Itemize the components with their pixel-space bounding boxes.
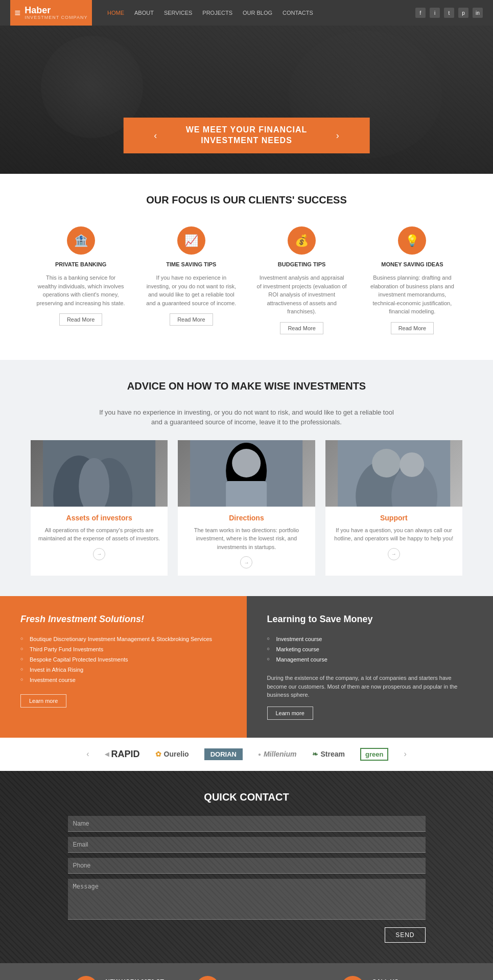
read-more-btn-3[interactable]: Read More (280, 322, 323, 334)
logo-name: Haber (25, 6, 87, 15)
social-icons: f i t p in (415, 8, 483, 18)
card-directions: Directions The team works in two directi… (178, 440, 315, 576)
logos-prev-arrow[interactable]: ‹ (86, 749, 89, 759)
learning-item-3: Management course (267, 654, 473, 665)
time-saving-icon: 📈 (177, 226, 205, 255)
main-nav: HOME ABOUT SERVICES PROJECTS OUR BLOG CO… (107, 10, 415, 16)
nav-contacts[interactable]: CONTACTS (283, 10, 313, 16)
logo-stream[interactable]: ❧ Stream (312, 750, 345, 758)
header: ≡ Haber INVESTMENT COMPANY HOME ABOUT SE… (0, 0, 493, 26)
card-desc-support: If you have a question, you can always c… (333, 526, 455, 543)
send-button[interactable]: SEND (385, 927, 425, 943)
address-text: NEW YORK 9870 STVINCENT GLASGOW (105, 977, 166, 980)
contact-form: SEND (68, 816, 426, 943)
learning-item-2: Marketing course (267, 644, 473, 654)
nav-services[interactable]: SERVICES (164, 10, 192, 16)
feature-title-3: BUDGETING TIPS (257, 261, 347, 268)
card-title-directions: Directions (185, 514, 308, 522)
solution-item-5: Investment course (20, 675, 226, 685)
logos-next-arrow[interactable]: › (404, 749, 406, 759)
feature-private-banking: 🏦 PRIVATE BANKING This is a banking serv… (31, 221, 131, 339)
card-desc-directions: The team works in two directions: portfo… (185, 526, 308, 552)
card-title-support: Support (333, 514, 455, 522)
feature-title-4: MONEY SAVING IDEAS (367, 261, 457, 268)
nav-home[interactable]: HOME (107, 10, 124, 16)
card-title-assets: Assets of investors (38, 514, 160, 522)
feature-desc-1: This is a banking service for wealthy in… (36, 274, 126, 307)
solution-item-3: Bespoke Capital Protected Investments (20, 654, 226, 665)
svg-rect-4 (43, 440, 155, 507)
feature-desc-4: Business planning: drafting and elaborat… (367, 274, 457, 316)
card-body-support: Support If you have a question, you can … (325, 507, 462, 567)
focus-title: OUR FOCUS IS OUR CLIENTS' SUCCESS (31, 194, 462, 206)
phone-icon: 📞 (341, 976, 364, 980)
learning-learn-btn[interactable]: Learn more (267, 706, 313, 720)
hero-banner: ‹ WE MEET YOUR FINANCIAL INVESTMENT NEED… (123, 118, 370, 153)
solution-item-4: Invest in Africa Rising (20, 665, 226, 675)
focus-section: OUR FOCUS IS OUR CLIENTS' SUCCESS 🏦 PRIV… (0, 174, 493, 360)
cards-grid: Assets of investors All operations of th… (31, 440, 462, 576)
read-more-btn-1[interactable]: Read More (59, 313, 102, 326)
read-more-btn-4[interactable]: Read More (391, 322, 434, 334)
logo-box[interactable]: ≡ Haber INVESTMENT COMPANY (10, 0, 92, 26)
hero-banner-text: WE MEET YOUR FINANCIAL INVESTMENT NEEDS (167, 125, 326, 146)
contact-section: QUICK CONTACT SEND (0, 771, 493, 963)
solution-item-2: Third Party Fund Investments (20, 644, 226, 654)
linkedin-icon[interactable]: in (473, 8, 483, 18)
twitter-icon[interactable]: t (444, 8, 454, 18)
contact-email: ✉ CONTACT@DEMOLINK.ORG (196, 976, 311, 980)
hero-section: ‹ WE MEET YOUR FINANCIAL INVESTMENT NEED… (0, 26, 493, 174)
name-input[interactable] (68, 816, 426, 832)
read-more-btn-2[interactable]: Read More (170, 313, 213, 326)
email-icon: ✉ (196, 976, 219, 980)
logo-dorian[interactable]: DORIAN (204, 748, 243, 760)
feature-money-saving: 💡 MONEY SAVING IDEAS Business planning: … (362, 221, 462, 339)
phone-input[interactable] (68, 858, 426, 874)
feature-time-saving: 📈 TIME SAVING TIPS If you have no experi… (141, 221, 241, 339)
phone-text: CALL US:+1 800 603 6035 (372, 977, 418, 980)
logo-subtitle: INVESTMENT COMPANY (25, 15, 87, 20)
feature-budgeting: 💰 BUDGETING TIPS Investment analysis and… (252, 221, 352, 339)
solutions-right-desc: During the existence of the company, a l… (267, 674, 473, 699)
solutions-section: Fresh Investment Solutions! Boutique Dis… (0, 596, 493, 738)
address-icon: 📍 (75, 976, 98, 980)
logo-green[interactable]: green (360, 748, 388, 761)
budgeting-icon: 💰 (288, 226, 316, 255)
learning-item-1: Investment course (267, 634, 473, 644)
nav-blog[interactable]: OUR BLOG (243, 10, 272, 16)
pinterest-icon[interactable]: p (458, 8, 468, 18)
instagram-icon[interactable]: i (430, 8, 440, 18)
solutions-list: Boutique Discretionary Investment Manage… (20, 634, 226, 685)
advice-title: ADVICE ON HOW TO MAKE WISE INVESTMENTS (31, 380, 462, 392)
solutions-learn-btn[interactable]: Learn more (20, 694, 66, 708)
feature-desc-2: If you have no experience in investing, … (146, 274, 236, 307)
hero-prev-arrow[interactable]: ‹ (154, 130, 157, 141)
card-arrow-directions[interactable]: → (240, 556, 252, 568)
advice-subtitle: If you have no experience in investing, … (93, 407, 400, 427)
logo-rapid[interactable]: ◀ RAPID (105, 749, 140, 760)
card-img-directions (178, 440, 315, 507)
card-arrow-support[interactable]: → (388, 548, 400, 560)
card-arrow-assets[interactable]: → (93, 548, 105, 560)
money-saving-icon: 💡 (398, 226, 426, 255)
learning-list: Investment course Marketing course Manag… (267, 634, 473, 665)
message-textarea[interactable] (68, 879, 426, 920)
card-img-assets (31, 440, 168, 507)
nav-projects[interactable]: PROJECTS (202, 10, 232, 16)
logo-millenium[interactable]: ● Millenium (258, 750, 297, 758)
solutions-right: Learning to Save Money Investment course… (247, 596, 494, 738)
card-img-support (325, 440, 462, 507)
card-body-directions: Directions The team works in two directi… (178, 507, 315, 576)
solution-item-1: Boutique Discretionary Investment Manage… (20, 634, 226, 644)
card-desc-assets: All operations of the company's projects… (38, 526, 160, 543)
contact-title: QUICK CONTACT (31, 791, 462, 803)
contact-content: QUICK CONTACT SEND (31, 791, 462, 943)
logo-ourelio[interactable]: ✿ Ourelio (155, 750, 189, 758)
contact-phone: 📞 CALL US:+1 800 603 6035 (341, 976, 418, 980)
facebook-icon[interactable]: f (415, 8, 426, 18)
nav-about[interactable]: ABOUT (134, 10, 154, 16)
logos-section: ‹ ◀ RAPID ✿ Ourelio DORIAN ● Millenium ❧… (0, 738, 493, 771)
email-input[interactable] (68, 837, 426, 853)
hero-next-arrow[interactable]: › (336, 130, 339, 141)
solutions-left-title: Fresh Investment Solutions! (20, 614, 226, 625)
